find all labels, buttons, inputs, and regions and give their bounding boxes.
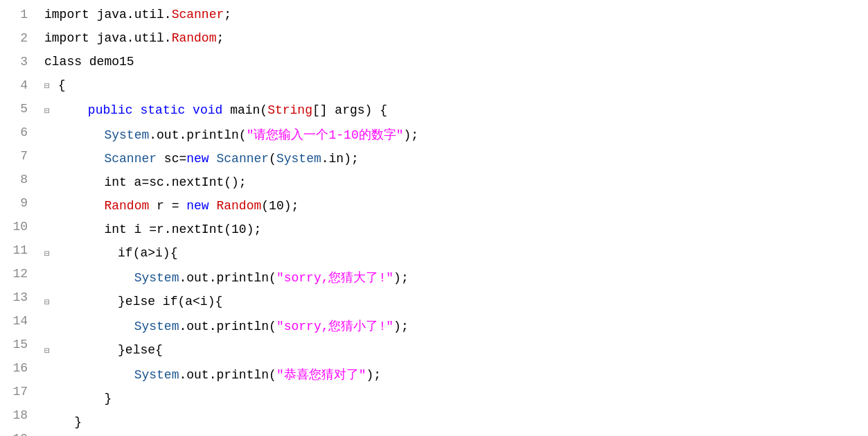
token xyxy=(44,368,134,382)
token: System xyxy=(134,271,179,285)
token: ; xyxy=(216,31,224,45)
token: "sorry,您猜大了!" xyxy=(276,271,393,285)
line-number: 18 xyxy=(6,403,28,427)
line-number: 2 xyxy=(6,26,28,50)
code-line: ⊟ { xyxy=(44,73,868,98)
token: }else if(a<i){ xyxy=(58,295,223,308)
token: ); xyxy=(393,320,409,333)
token: Random xyxy=(216,199,261,213)
code-line: System.out.println("恭喜您猜对了"); xyxy=(44,363,868,387)
token xyxy=(44,271,134,285)
token: .out.println( xyxy=(179,368,276,382)
line-number: 3 xyxy=(6,50,28,73)
token: Scanner xyxy=(172,8,224,21)
code-line: System.out.println("sorry,您猜大了!"); xyxy=(44,266,868,290)
token: sc= xyxy=(157,152,186,166)
code-line: } xyxy=(44,410,868,434)
line-number: 1 xyxy=(6,3,28,26)
code-line: Random r = new Random(10); xyxy=(44,194,868,218)
token: { xyxy=(58,78,66,92)
line-number: 5 xyxy=(6,97,28,121)
line-number: 9 xyxy=(6,191,28,215)
token: new xyxy=(186,152,209,166)
token: .out.println( xyxy=(149,128,246,142)
line-number: 15 xyxy=(6,333,28,356)
code-line: import java.util.Random; xyxy=(44,26,868,50)
token: .out.println( xyxy=(179,271,276,285)
token: import xyxy=(44,8,97,21)
code-line: ⊟ }else{ xyxy=(44,338,868,363)
code-line: ⊟ if(a>i){ xyxy=(44,241,868,266)
token: Random xyxy=(172,31,217,45)
token: r = xyxy=(149,199,186,213)
token: [] args) { xyxy=(312,103,387,117)
code-line: System.out.println("请您输入一个1-10的数字"); xyxy=(44,123,868,147)
line-numbers: 12345678910111213141516171819 xyxy=(0,3,33,436)
code-editor: 12345678910111213141516171819 import jav… xyxy=(0,0,868,436)
collapse-icon[interactable]: ⊟ xyxy=(44,249,55,259)
token: }else{ xyxy=(58,343,163,357)
token: main( xyxy=(222,103,267,117)
token: java.util. xyxy=(97,31,172,45)
token: int i =r.nextInt(10); xyxy=(44,223,261,236)
code-line: int i =r.nextInt(10); xyxy=(44,218,868,241)
collapse-icon[interactable]: ⊟ xyxy=(44,346,55,356)
code-line: } xyxy=(44,387,868,410)
token xyxy=(44,199,104,213)
code-line: import java.util.Scanner; xyxy=(44,3,868,26)
line-number: 16 xyxy=(6,356,28,380)
token xyxy=(44,320,134,333)
token: ; xyxy=(224,8,231,21)
token xyxy=(209,199,217,213)
code-line: Scanner sc=new Scanner(System.in); xyxy=(44,147,868,171)
collapse-icon[interactable]: ⊟ xyxy=(44,297,55,308)
token: java.util. xyxy=(97,8,172,21)
token: System xyxy=(134,368,179,382)
token: "请您输入一个1-10的数字" xyxy=(247,128,404,142)
token: .out.println( xyxy=(179,320,276,333)
code-line: int a=sc.nextInt(); xyxy=(44,171,868,194)
token: int a=sc.nextInt(); xyxy=(44,175,247,189)
token xyxy=(44,128,104,142)
line-number: 11 xyxy=(6,238,28,262)
token: (10); xyxy=(261,199,299,213)
line-number: 12 xyxy=(6,262,28,286)
token: } xyxy=(44,415,82,429)
code-line: class demo15 xyxy=(44,50,868,73)
line-number: 7 xyxy=(6,144,28,168)
code-line: ⊟ public static void main(String[] args)… xyxy=(44,98,868,123)
token: public xyxy=(88,103,133,117)
line-number: 8 xyxy=(6,168,28,191)
token: Scanner xyxy=(216,152,269,166)
token xyxy=(58,103,88,117)
token: Random xyxy=(104,199,149,213)
collapse-icon[interactable]: ⊟ xyxy=(44,106,55,116)
code-line: ⊟ }else if(a<i){ xyxy=(44,290,868,315)
line-number: 17 xyxy=(6,380,28,403)
token xyxy=(133,103,141,117)
token xyxy=(185,103,193,117)
token: String xyxy=(267,103,312,117)
token: .in); xyxy=(321,152,359,166)
line-number: 19 xyxy=(6,427,28,436)
line-number: 4 xyxy=(6,73,28,97)
line-number: 10 xyxy=(6,215,28,238)
line-number: 14 xyxy=(6,309,28,333)
token: class demo15 xyxy=(44,55,134,69)
token: } xyxy=(44,392,112,406)
line-number: 6 xyxy=(6,121,28,144)
token: Scanner xyxy=(104,152,157,166)
token: void xyxy=(193,103,222,117)
line-number: 13 xyxy=(6,286,28,309)
token: if(a>i){ xyxy=(58,246,178,260)
collapse-icon[interactable]: ⊟ xyxy=(44,81,55,91)
token: new xyxy=(186,199,209,213)
token: System xyxy=(276,152,321,166)
token: ); xyxy=(403,128,418,142)
code-content: import java.util.Scanner;import java.uti… xyxy=(33,3,868,436)
token xyxy=(44,152,104,166)
code-line: System.out.println("sorry,您猜小了!"); xyxy=(44,315,868,338)
token xyxy=(209,152,217,166)
token: System xyxy=(104,128,149,142)
token: ( xyxy=(269,152,276,166)
